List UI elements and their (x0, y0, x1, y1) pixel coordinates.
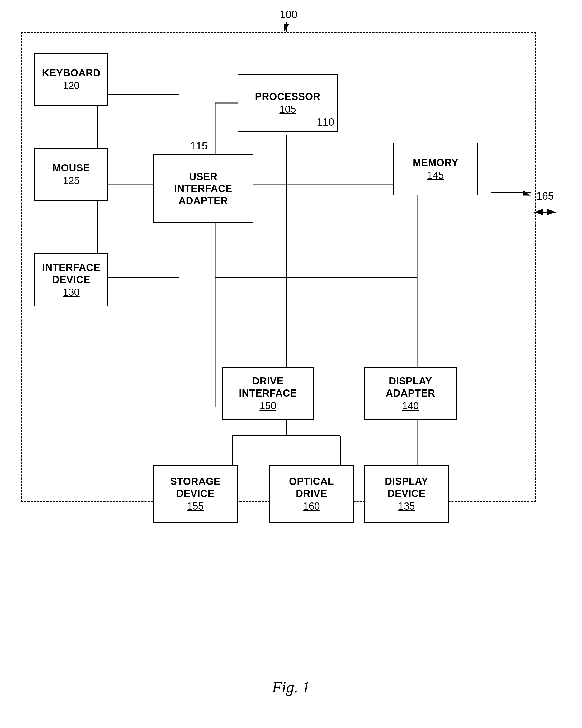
page: 100 KEYBOARD 120 MOUSE 125 INTERFACE DEV… (0, 0, 582, 728)
ref-110-label: 110 (317, 116, 335, 128)
mouse-label: MOUSE (53, 162, 90, 174)
processor-ref: 105 (279, 104, 296, 115)
interface-device-label: INTERFACE DEVICE (42, 262, 100, 286)
user-interface-adapter-box: USER INTERFACE ADAPTER (153, 154, 254, 223)
figure-caption: Fig. 1 (272, 678, 310, 696)
storage-device-ref: 155 (187, 501, 204, 512)
display-adapter-label: DISPLAY ADAPTER (386, 375, 435, 399)
drive-interface-ref: 150 (260, 400, 276, 412)
drive-interface-box: DRIVE INTERFACE 150 (222, 367, 314, 420)
optical-drive-box: OPTICAL DRIVE 160 (269, 465, 354, 523)
memory-ref: 145 (427, 170, 444, 181)
ref-100-label: 100 (280, 8, 297, 20)
drive-interface-label: DRIVE INTERFACE (239, 375, 297, 399)
mouse-box: MOUSE 125 (34, 148, 108, 201)
uia-label: USER INTERFACE ADAPTER (174, 171, 232, 207)
display-device-ref: 135 (398, 501, 415, 512)
keyboard-label: KEYBOARD (42, 67, 100, 79)
memory-box: MEMORY 145 (393, 142, 478, 196)
processor-label: PROCESSOR (255, 91, 320, 103)
storage-device-box: STORAGE DEVICE 155 (153, 465, 238, 523)
optical-drive-label: OPTICAL DRIVE (289, 475, 334, 500)
interface-device-ref: 130 (63, 287, 79, 298)
display-adapter-ref: 140 (402, 400, 419, 412)
display-device-label: DISPLAY DEVICE (385, 475, 428, 500)
keyboard-ref: 120 (63, 80, 79, 92)
optical-drive-ref: 160 (303, 501, 320, 512)
storage-device-label: STORAGE DEVICE (170, 475, 221, 500)
ref-115-label: 115 (190, 140, 208, 152)
mouse-ref: 125 (63, 175, 79, 186)
ref-165-arrow (486, 180, 544, 206)
keyboard-box: KEYBOARD 120 (34, 53, 108, 106)
memory-label: MEMORY (413, 157, 458, 169)
display-device-box: DISPLAY DEVICE 135 (364, 465, 449, 523)
interface-device-box: INTERFACE DEVICE 130 (34, 254, 108, 306)
display-adapter-box: DISPLAY ADAPTER 140 (364, 367, 457, 420)
double-arrow-icon (533, 204, 557, 220)
